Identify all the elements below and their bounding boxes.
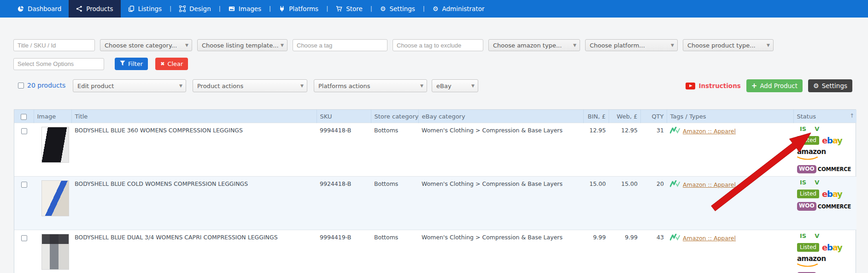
product-actions-select[interactable]: Product actions ▼	[193, 79, 307, 92]
column-header-Status: Status↑	[793, 110, 856, 123]
filter-button[interactable]: Filter	[115, 58, 148, 70]
nav-item-settings[interactable]: ⚙Settings	[373, 0, 422, 18]
gear-icon: ⚙	[813, 83, 819, 89]
woocommerce-badge: WOO	[797, 165, 816, 174]
tag-exclude-filter-input[interactable]	[393, 39, 483, 51]
nav-item-images[interactable]: Images	[221, 0, 269, 18]
nav-item-dashboard[interactable]: Dashboard	[10, 0, 69, 18]
nav-item-label: Design	[189, 5, 211, 12]
clear-button[interactable]: ✖ Clear	[155, 58, 188, 70]
status-indicator-v[interactable]: V	[815, 125, 819, 132]
products-count-link[interactable]: 20 products	[27, 82, 65, 89]
store-category: Bottoms	[374, 180, 398, 187]
edit-product-select[interactable]: Edit product ▼	[73, 79, 186, 92]
ebay-logo-letter: b	[827, 189, 833, 199]
nav-item-label: Administrator	[442, 5, 484, 12]
status-indicator-v[interactable]: V	[815, 179, 819, 186]
status-indicator-v[interactable]: V	[815, 232, 819, 239]
product-thumbnail[interactable]	[41, 180, 69, 216]
web-cell: 12.95	[609, 123, 640, 177]
tags-types: Amazon :: Apparel	[670, 180, 793, 189]
select-some-options-input[interactable]	[13, 58, 104, 70]
row-select-cell	[14, 177, 34, 230]
row-checkbox[interactable]	[21, 182, 27, 188]
tag-filter-input[interactable]	[293, 39, 387, 51]
nav-item-platforms[interactable]: Platforms	[271, 0, 326, 18]
nav-item-products[interactable]: Products	[69, 0, 120, 18]
listed-badge: Listed	[797, 190, 819, 198]
web-cell: 9.99	[609, 230, 640, 273]
chevron-down-icon: ▼	[281, 43, 284, 47]
ebay-logo-letter: y	[837, 243, 842, 252]
product-sku: 9924418-B	[320, 180, 351, 187]
status-indicator-is[interactable]: IS	[800, 125, 806, 132]
sort-ascending-icon[interactable]: ↑	[850, 113, 854, 119]
amazon-logo-text: amazon	[797, 148, 826, 155]
platform-select-value: eBay	[436, 83, 452, 89]
title-cell: BODYSHELL BLUE 360 WOMENS COMPRESSION LE…	[71, 123, 317, 177]
clear-button-label: Clear	[167, 60, 183, 67]
amazon-apparel-link[interactable]: Amazon :: Apparel	[683, 181, 736, 188]
title-sku-id-filter-input[interactable]	[13, 39, 95, 51]
platform-select[interactable]: eBay ▼	[432, 79, 478, 92]
woocommerce-logo: WOOCOMMERCE	[797, 165, 851, 174]
store-category-filter-value: Choose store category...	[105, 42, 177, 49]
tags-cell-wrap: Amazon :: Apparel	[667, 123, 793, 177]
amazon-line: amazon	[797, 148, 856, 161]
qty-cell: 43	[640, 230, 667, 273]
header-select-checkbox[interactable]	[21, 114, 27, 120]
ebay-logo-letter: b	[827, 136, 833, 145]
product-title: BODYSHELL BLUE COLD WOMENS COMPRESSION L…	[75, 180, 248, 187]
instructions-link[interactable]: Instructions	[686, 82, 740, 89]
column-header-QTY: QTY	[640, 110, 667, 123]
amazon-apparel-link[interactable]: Amazon :: Apparel	[683, 235, 736, 242]
nav-item-label: Listings	[138, 5, 162, 12]
nav-item-listings[interactable]: Listings	[121, 0, 170, 18]
product-thumbnail[interactable]	[41, 234, 69, 270]
table-header-row: ImageTitleSKUStore categoryeBay category…	[14, 110, 856, 123]
web-value: 15.00	[621, 180, 638, 187]
qty-value: 43	[657, 234, 664, 241]
chevron-down-icon: ▼	[420, 83, 423, 88]
add-product-button[interactable]: + Add Product	[746, 79, 803, 92]
sku-cell: 9994419-B	[317, 230, 371, 273]
add-product-label: Add Product	[760, 82, 798, 89]
select-all-products-checkbox[interactable]	[18, 83, 24, 89]
nav-item-label: Dashboard	[28, 5, 61, 12]
amazon-type-icon	[670, 180, 680, 189]
table-row: BODYSHELL BLUE COLD WOMENS COMPRESSION L…	[14, 177, 856, 230]
column-header-Image: Image	[34, 110, 71, 123]
row-checkbox[interactable]	[21, 235, 27, 241]
platform-filter-select[interactable]: Choose platform...▼	[585, 39, 678, 51]
product-type-filter-select[interactable]: Choose product type...▼	[683, 39, 774, 51]
amazon-type-filter-select[interactable]: Choose amazon type...▼	[488, 39, 580, 51]
platforms-actions-select[interactable]: Platforms actions ▼	[314, 79, 427, 92]
row-checkbox[interactable]	[21, 128, 27, 134]
status-indicator-is[interactable]: IS	[800, 179, 806, 186]
column-header-label: Web, £	[617, 113, 638, 120]
store-category-filter-select[interactable]: Choose store category...▼	[100, 39, 192, 51]
ebay-logo-letter: e	[822, 189, 827, 199]
amazon-apparel-link[interactable]: Amazon :: Apparel	[683, 128, 736, 135]
bin-value: 15.00	[589, 180, 606, 187]
nav-item-design[interactable]: Design	[172, 0, 218, 18]
column-header-label: eBay category	[422, 113, 465, 120]
product-sku: 9994419-B	[320, 234, 351, 241]
woocommerce-logo: WOOCOMMERCE	[797, 202, 851, 211]
instructions-label: Instructions	[698, 82, 740, 89]
pie-chart-icon	[18, 6, 24, 12]
row-select-cell	[14, 230, 34, 273]
store-category-cell: Bottoms	[371, 230, 418, 273]
amazon-logo: amazon	[797, 148, 826, 161]
product-thumbnail[interactable]	[41, 127, 69, 163]
status-indicator-is[interactable]: IS	[800, 232, 806, 239]
settings-button[interactable]: ⚙ Settings	[808, 79, 852, 92]
web-value: 9.99	[625, 234, 638, 241]
column-header-label: Tags / Types	[670, 113, 706, 120]
ebay-logo: ebay	[822, 243, 842, 252]
listing-template-filter-select[interactable]: Choose listing template...▼	[197, 39, 287, 51]
amazon-smile-icon	[797, 262, 818, 268]
nav-item-administrator[interactable]: ⚙Administrator	[425, 0, 492, 18]
column-header-BIN, £: BIN, £	[583, 110, 609, 123]
nav-item-store[interactable]: Store	[328, 0, 370, 18]
